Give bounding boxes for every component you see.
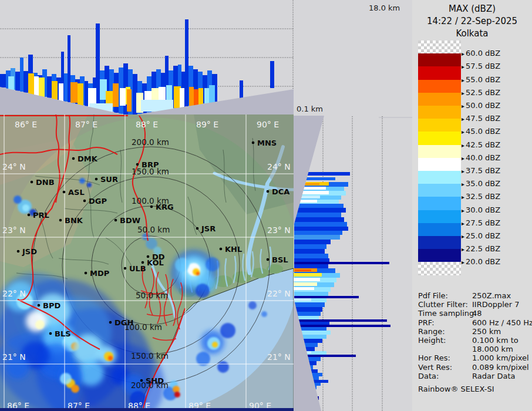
echo-blob — [206, 257, 220, 271]
echo-core — [120, 88, 126, 106]
metadata-label: Hor Res: — [418, 353, 472, 362]
tick-arrow-icon: ▸ — [462, 142, 464, 149]
city-label: DCA — [272, 187, 289, 196]
echo-blob — [71, 385, 79, 393]
legend-swatch — [418, 66, 461, 79]
legend-value-label: ▸45.0 dBZ — [462, 127, 500, 136]
echo-bar — [294, 307, 322, 312]
echo-bar — [294, 204, 344, 208]
echo-bar — [68, 35, 70, 102]
legend-value-label: ▸32.5 dBZ — [462, 192, 500, 201]
echo-bar — [294, 208, 346, 213]
city-dot — [95, 178, 98, 181]
city-label: ULB — [129, 264, 146, 273]
tick-arrow-icon: ▸ — [462, 246, 464, 252]
product-name: MAX (dBZ) — [412, 3, 532, 15]
echo-bar — [20, 58, 23, 92]
city-dot — [85, 272, 87, 275]
metadata-value: 0.089 km/pixel — [472, 363, 529, 372]
legend-value-label: ▸60.0 dBZ — [462, 49, 500, 58]
tick-arrow-icon: ▸ — [462, 194, 464, 200]
city-dot — [38, 304, 41, 307]
legend-swatch — [418, 158, 461, 171]
legend-panel: MAX (dBZ) 14:22 / 22-Sep-2025 Kolkata ▸6… — [412, 0, 532, 411]
legend-swatch — [418, 236, 461, 249]
software-brand: Rainbow® SELEX-SI — [418, 385, 530, 393]
metadata-label: Vert Res: — [418, 363, 472, 372]
metadata-row: Data:Radar Data — [418, 372, 530, 380]
metadata-row: PRF:600 Hz / 450 Hz — [418, 318, 530, 327]
legend-swatch — [418, 80, 461, 93]
tick-arrow-icon: ▸ — [462, 103, 464, 109]
city-dot — [28, 214, 31, 217]
echo-core — [295, 269, 311, 271]
radar-product-window: 18.0 km 0.1 km — [0, 0, 532, 411]
metadata-label: Time sampling: — [418, 309, 472, 318]
echo-bar — [294, 235, 340, 240]
lat-label: 21° N — [2, 352, 26, 362]
echo-bar — [64, 73, 68, 102]
echo-core — [294, 287, 314, 290]
echo-blob — [22, 204, 29, 211]
metadata-value: 18.000 km — [472, 345, 513, 353]
city-label: BPD — [43, 301, 60, 310]
tick-arrow-icon: ▸ — [462, 77, 464, 83]
metadata-value: 600 Hz / 450 Hz — [472, 318, 532, 327]
echo-bar — [294, 312, 321, 316]
echo-blob — [248, 301, 257, 309]
legend-value-label: ▸40.0 dBZ — [462, 153, 500, 162]
lon-label: 88° E — [136, 120, 158, 129]
legend-value-label: ▸42.5 dBZ — [462, 140, 500, 149]
radar-map: 200.0 km150.0 km100.0 km50.0 km50.0 km10… — [0, 114, 294, 411]
ring-label: 50.0 km — [137, 225, 170, 234]
legend-swatch — [418, 210, 461, 223]
city-dot — [150, 206, 153, 208]
ring-label: 150.0 km — [131, 351, 169, 361]
legend-value-label: ▸22.5 dBZ — [462, 244, 500, 253]
city-label: MNS — [257, 139, 277, 147]
echo-blob — [196, 284, 210, 298]
legend-value-label: ▸37.5 dBZ — [462, 166, 500, 175]
echo-blob — [60, 373, 72, 385]
echo-blob — [79, 178, 85, 184]
city-label: DGH — [115, 318, 133, 327]
echo-blob — [87, 183, 92, 187]
city-dot — [267, 190, 270, 193]
echo-bar — [294, 249, 325, 254]
legend-swatch — [418, 106, 461, 119]
metadata-row: Pdf File:250Z.max — [418, 291, 530, 300]
city-dot — [136, 163, 139, 166]
echo-bar — [294, 296, 359, 298]
lon-label: 86° E — [15, 120, 37, 129]
metadata-value: Radar Data — [472, 372, 515, 380]
lon-label: 89° E — [196, 120, 218, 129]
metadata-label: Height: — [418, 336, 472, 345]
echo-bar — [294, 222, 347, 227]
legend-value-label: ▸52.5 dBZ — [462, 88, 500, 97]
echo-bar — [294, 254, 328, 258]
echo-blob — [174, 392, 180, 397]
boundary-top-strip — [0, 115, 128, 116]
echo-blob — [217, 361, 229, 373]
echo-core — [209, 85, 215, 105]
tick-arrow-icon: ▸ — [462, 155, 464, 161]
lon-label: 90° E — [257, 120, 279, 129]
lat-label: 22° N — [2, 289, 26, 298]
city-label: JSD — [22, 247, 37, 256]
echo-bar — [294, 325, 390, 327]
legend-value-label: ▸25.0 dBZ — [462, 231, 500, 240]
echo-bar — [294, 217, 344, 222]
city-dot — [109, 321, 112, 324]
echo-blob — [175, 258, 189, 272]
legend-swatch — [418, 145, 461, 158]
city-label: SUR — [100, 175, 118, 184]
legend-swatch — [418, 184, 461, 197]
radar-site-name: Kolkata — [412, 28, 532, 40]
city-label: KOL — [147, 258, 164, 267]
xz-projection-panel — [0, 0, 412, 114]
echo-bar — [294, 262, 389, 264]
legend-value-label: ▸47.5 dBZ — [462, 114, 500, 123]
echo-bar — [0, 74, 6, 87]
lon-label: 87° E — [75, 120, 97, 129]
city-dot — [59, 219, 62, 222]
